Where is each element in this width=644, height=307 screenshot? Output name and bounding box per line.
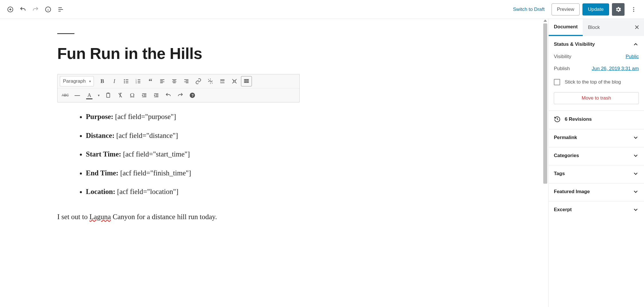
block-navigation-button[interactable]	[54, 3, 67, 16]
publish-date-link[interactable]: Jun 26, 2019 3:31 am	[592, 66, 639, 72]
panel-featured-image[interactable]: Featured Image	[549, 183, 644, 201]
text-color-dropdown[interactable]: ▼	[96, 90, 102, 100]
undo-button[interactable]	[17, 3, 29, 16]
settings-button[interactable]	[612, 3, 625, 16]
title-divider	[57, 33, 74, 34]
paste-as-text-button[interactable]: T	[103, 90, 114, 100]
svg-point-5	[124, 80, 125, 80]
post-paragraph: I set out to Laguna Canyon for a distanc…	[57, 210, 519, 224]
more-options-button[interactable]	[627, 3, 640, 16]
chevron-down-icon	[633, 134, 639, 141]
scroll-thumb[interactable]	[543, 23, 547, 184]
svg-text:?: ?	[191, 94, 193, 98]
main-layout: Fun Run in the Hills Paragraph B I 123 “…	[0, 19, 644, 307]
publish-row: Publish Jun 26, 2019 3:31 am	[554, 66, 639, 72]
stick-checkbox[interactable]	[554, 79, 560, 85]
tab-document[interactable]: Document	[549, 19, 583, 36]
undo-editor-button[interactable]	[163, 90, 174, 100]
update-button[interactable]: Update	[582, 3, 609, 15]
stick-to-top-row: Stick to the top of the blog	[554, 79, 639, 85]
fullscreen-button[interactable]	[229, 76, 240, 86]
svg-point-3	[633, 9, 634, 10]
chevron-down-icon	[633, 207, 639, 213]
svg-rect-19	[107, 93, 109, 94]
post-title[interactable]: Fun Run in the Hills	[57, 44, 519, 63]
tab-block[interactable]: Block	[583, 19, 605, 36]
svg-rect-16	[246, 82, 247, 83]
svg-text:3: 3	[136, 82, 137, 84]
spellcheck-word[interactable]: Laguna	[90, 213, 111, 221]
close-sidebar-button[interactable]: ✕	[630, 19, 644, 36]
list-item: Location: [acf field="location"]	[86, 185, 519, 199]
switch-to-draft-button[interactable]: Switch to Draft	[509, 4, 549, 15]
editor-canvas: Fun Run in the Hills Paragraph B I 123 “…	[0, 19, 542, 307]
blockquote-button[interactable]: “	[145, 76, 156, 86]
svg-rect-13	[246, 80, 247, 81]
post-content[interactable]: Purpose: [acf field="purpose"] Distance:…	[57, 110, 519, 223]
preview-button[interactable]: Preview	[552, 3, 580, 15]
scroll-up-icon[interactable]	[544, 19, 547, 22]
svg-point-7	[124, 83, 125, 83]
italic-button[interactable]: I	[109, 76, 120, 86]
panel-tags[interactable]: Tags	[549, 165, 644, 183]
svg-rect-17	[248, 82, 249, 83]
svg-point-6	[124, 81, 125, 82]
insert-more-button[interactable]	[217, 76, 228, 86]
settings-sidebar: Document Block ✕ Status & Visibility Vis…	[548, 19, 644, 307]
bulleted-list-button[interactable]	[121, 76, 132, 86]
panel-header-status[interactable]: Status & Visibility	[554, 41, 639, 47]
align-center-button[interactable]	[169, 76, 180, 86]
list-item: Start Time: [acf field="start_time"]	[86, 147, 519, 161]
panel-permalink[interactable]: Permalink	[549, 129, 644, 147]
toolbar-right-group: Switch to Draft Preview Update	[509, 3, 640, 16]
history-icon	[554, 116, 561, 123]
add-block-button[interactable]	[4, 3, 17, 16]
horizontal-rule-button[interactable]: —	[72, 90, 83, 100]
top-toolbar: Switch to Draft Preview Update	[0, 0, 644, 19]
link-button[interactable]	[193, 76, 204, 86]
list-item: End Time: [acf field="finish_time"]	[86, 166, 519, 180]
panel-categories[interactable]: Categories	[549, 147, 644, 165]
svg-rect-12	[244, 80, 246, 81]
chevron-down-icon	[633, 189, 639, 195]
editor-scrollbar[interactable]	[542, 19, 548, 307]
panel-revisions[interactable]: 6 Revisions	[549, 111, 644, 129]
move-to-trash-button[interactable]: Move to trash	[554, 92, 639, 104]
sidebar-tabs: Document Block ✕	[549, 19, 644, 36]
keyboard-shortcuts-button[interactable]: ?	[187, 90, 198, 100]
classic-toolbar-row-2: ABC — A ▼ T Ω ?	[58, 88, 299, 102]
list-item: Distance: [acf field="distance"]	[86, 129, 519, 142]
decrease-indent-button[interactable]	[139, 90, 150, 100]
bold-button[interactable]: B	[97, 76, 108, 86]
visibility-row: Visibility Public	[554, 54, 639, 60]
classic-editor-toolbar: Paragraph B I 123 “ ABC — A ▼ T	[57, 74, 300, 102]
special-character-button[interactable]: Ω	[127, 90, 138, 100]
clear-formatting-button[interactable]	[115, 90, 126, 100]
svg-point-2	[633, 7, 634, 8]
post-bullet-list: Purpose: [acf field="purpose"] Distance:…	[57, 110, 519, 199]
text-color-button[interactable]: A	[84, 90, 95, 100]
panel-excerpt[interactable]: Excerpt	[549, 201, 644, 219]
svg-text:T: T	[107, 94, 109, 97]
redo-button[interactable]	[29, 3, 42, 16]
panel-status-visibility: Status & Visibility Visibility Public Pu…	[549, 36, 644, 111]
strikethrough-button[interactable]: ABC	[60, 90, 71, 100]
unlink-button[interactable]	[205, 76, 216, 86]
list-item: Purpose: [acf field="purpose"]	[86, 110, 519, 124]
align-left-button[interactable]	[157, 76, 168, 86]
align-right-button[interactable]	[181, 76, 192, 86]
info-button[interactable]	[42, 3, 54, 16]
visibility-link[interactable]: Public	[626, 54, 639, 60]
numbered-list-button[interactable]: 123	[133, 76, 144, 86]
toolbar-toggle-button[interactable]	[241, 76, 252, 86]
svg-point-4	[633, 11, 634, 12]
chevron-down-icon	[633, 171, 639, 177]
format-dropdown[interactable]: Paragraph	[60, 76, 94, 86]
classic-toolbar-row-1: Paragraph B I 123 “	[58, 74, 299, 88]
increase-indent-button[interactable]	[151, 90, 162, 100]
redo-editor-button[interactable]	[175, 90, 186, 100]
chevron-up-icon	[633, 41, 639, 47]
chevron-down-icon	[633, 152, 639, 159]
svg-rect-15	[244, 82, 246, 83]
toolbar-left-group	[4, 3, 67, 16]
